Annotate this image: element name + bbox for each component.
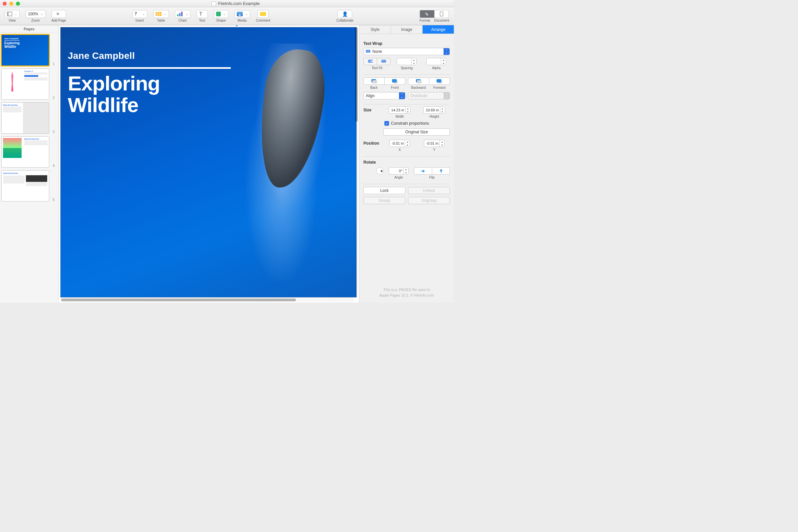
flip-v-icon: ➔: [438, 169, 443, 173]
document-pane-icon: [440, 12, 443, 16]
distribute-popup[interactable]: Distribute: [408, 92, 450, 99]
cover-divider: [68, 67, 231, 69]
toolbar-panes-group: Format Document: [420, 10, 449, 22]
page-number: 2: [51, 96, 55, 100]
flip-h-icon: ➔: [421, 168, 425, 174]
spacing-label: Spacing: [401, 66, 413, 70]
plus-icon: [56, 11, 61, 17]
brush-icon: [425, 12, 430, 16]
text-wrap-value: None: [373, 49, 382, 54]
ungroup-button[interactable]: Ungroup: [408, 197, 450, 204]
flip-horizontal-button[interactable]: ➔: [414, 167, 432, 174]
text-fit-tight-button[interactable]: [363, 58, 377, 65]
chart-icon: [177, 12, 183, 16]
text-fit-label: Text Fit: [372, 66, 382, 70]
inspector-panel: Style Image Arrange Text Wrap None Text …: [359, 25, 454, 303]
shape-menu-button[interactable]: [214, 10, 228, 18]
unlock-button[interactable]: Unlock: [408, 187, 450, 194]
svg-rect-1: [7, 12, 9, 16]
angle-indicator[interactable]: [376, 167, 383, 174]
media-menu-button[interactable]: [234, 10, 250, 18]
inspector-tab-style[interactable]: Style: [359, 25, 391, 34]
original-size-button[interactable]: Original Size: [383, 128, 450, 136]
chart-label: Chart: [178, 19, 187, 22]
spacing-stepper[interactable]: ▲▼: [397, 58, 417, 65]
window-controls: [3, 2, 20, 6]
page-thumbnail-5[interactable]: Etiam Sit Amet Est 5: [1, 170, 57, 202]
table-icon: [156, 12, 162, 16]
page-thumbnail-3[interactable]: Etiam Sit Amet Est 3: [1, 102, 57, 134]
wrap-none-icon: [366, 50, 370, 53]
toolbar-addpage-group: Add Page: [52, 10, 66, 22]
horizontal-scrollbar[interactable]: [60, 298, 354, 302]
media-label: Media: [238, 19, 246, 22]
close-window-button[interactable]: [3, 2, 7, 6]
collaborate-label: Collaborate: [337, 19, 354, 22]
fit-rect-icon: [381, 60, 386, 63]
constrain-label: Constrain proportions: [391, 121, 429, 126]
shape-label: Shape: [216, 19, 226, 22]
zoom-value: 100%: [28, 12, 38, 16]
position-y-stepper[interactable]: -0.01 in▲▼: [424, 140, 445, 147]
table-label: Table: [157, 19, 165, 22]
page-number: 3: [51, 130, 55, 134]
position-label: Position: [363, 140, 381, 146]
cover-image-subject: [252, 45, 330, 192]
alpha-label: Alpha: [432, 66, 441, 70]
text-button[interactable]: [196, 10, 208, 18]
move-forward-button[interactable]: [429, 77, 450, 85]
insert-menu-button[interactable]: [132, 10, 147, 18]
page-thumbnail-4[interactable]: Etiam Sit Amet Est 4: [1, 136, 57, 168]
zoom-menu-button[interactable]: 100%: [25, 10, 45, 18]
text-wrap-popup[interactable]: None: [363, 48, 450, 55]
front-icon: [392, 79, 397, 83]
width-stepper[interactable]: 14.23 in▲▼: [389, 107, 410, 114]
insert-label: Insert: [136, 19, 144, 22]
collaborate-button[interactable]: [338, 10, 352, 18]
ruler-marker[interactable]: [235, 25, 239, 26]
text-icon: [200, 11, 205, 17]
inspector-tab-image[interactable]: Image: [391, 25, 423, 34]
cover-title[interactable]: ExploringWildlife: [68, 73, 160, 116]
move-to-front-button[interactable]: [385, 77, 406, 85]
text-label: Text: [199, 19, 205, 22]
height-stepper[interactable]: 10.69 in▲▼: [423, 107, 445, 114]
text-fit-rect-button[interactable]: [377, 58, 391, 65]
shape-icon: [216, 12, 221, 16]
align-popup[interactable]: Align: [363, 92, 405, 99]
cover-author[interactable]: Jane Campbell: [68, 51, 135, 61]
fullscreen-window-button[interactable]: [16, 2, 20, 6]
page-thumbnail-2[interactable]: Lesson 1 2: [1, 69, 57, 100]
table-menu-button[interactable]: [153, 10, 169, 18]
zoom-label: Zoom: [31, 19, 40, 22]
chart-menu-button[interactable]: [175, 10, 191, 18]
alpha-stepper[interactable]: ▲▼: [426, 58, 446, 65]
angle-stepper[interactable]: 0°▲▼: [389, 167, 408, 174]
flip-vertical-button[interactable]: ➔: [432, 167, 450, 174]
document-pane-button[interactable]: [434, 10, 449, 18]
comment-button[interactable]: [258, 10, 269, 18]
toolbar: View 100% Zoom Add Page Insert Table Cha…: [0, 7, 454, 25]
move-to-back-button[interactable]: [363, 77, 385, 85]
position-x-stepper[interactable]: -0.01 in▲▼: [390, 140, 410, 147]
constrain-proportions-checkbox[interactable]: ✓: [384, 121, 389, 126]
move-backward-button[interactable]: [408, 77, 429, 85]
group-button[interactable]: Group: [363, 197, 405, 204]
minimize-window-button[interactable]: [9, 2, 13, 6]
back-icon: [372, 79, 377, 83]
format-pane-button[interactable]: [420, 10, 434, 18]
page-thumbnail-1[interactable]: Jane CampbellExploringWildlife 1: [1, 35, 57, 66]
page-number: 1: [51, 62, 55, 66]
canvas-area[interactable]: Jane Campbell ExploringWildlife: [58, 25, 359, 303]
footer-note: This is a .PAGES file open inApple Pages…: [359, 282, 454, 303]
view-menu-button[interactable]: [5, 10, 20, 18]
add-page-button[interactable]: [52, 10, 66, 18]
page-canvas[interactable]: Jane Campbell ExploringWildlife: [60, 27, 357, 297]
inspector-tab-arrange[interactable]: Arrange: [423, 25, 454, 34]
vertical-scrollbar[interactable]: [355, 27, 358, 297]
toolbar-zoom-group: 100% Zoom: [25, 10, 45, 22]
media-icon: [237, 12, 243, 16]
comment-label: Comment: [256, 19, 270, 22]
forward-icon: [437, 79, 442, 83]
lock-button[interactable]: Lock: [363, 187, 405, 194]
